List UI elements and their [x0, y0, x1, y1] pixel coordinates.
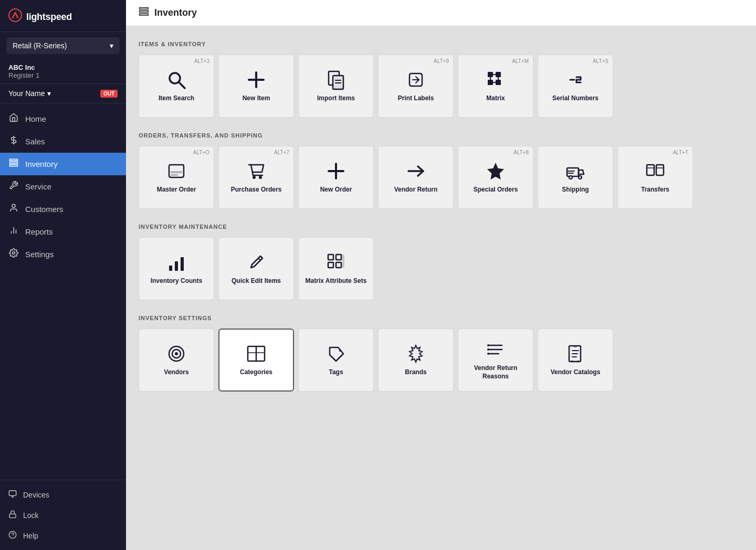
svg-point-66 — [175, 352, 178, 355]
tile-label-new-item: New Item — [239, 94, 274, 103]
section-orders: ORDERS, TRANSFERS, AND SHIPPING ALT+O Ma… — [139, 132, 743, 209]
tile-tags[interactable]: Tags — [298, 329, 374, 392]
tiles-orders: ALT+O Master Order ALT+7 — [139, 146, 743, 209]
svg-point-70 — [339, 350, 341, 352]
tile-label-transfers: Transfers — [638, 186, 673, 194]
tile-label-serial-numbers: Serial Numbers — [549, 94, 602, 103]
tile-label-categories: Categories — [237, 368, 276, 377]
help-label: Help — [23, 532, 38, 540]
tile-special-orders[interactable]: ALT+8 Special Orders — [458, 146, 533, 209]
user-name-dropdown[interactable]: Your Name ▾ — [8, 89, 51, 98]
tile-label-import-items: Import Items — [314, 94, 358, 103]
tile-brands[interactable]: Brands — [378, 329, 454, 392]
svg-rect-3 — [10, 162, 18, 164]
svg-rect-57 — [181, 257, 184, 271]
tile-vendor-return[interactable]: Vendor Return — [378, 146, 454, 209]
svg-point-47 — [569, 176, 572, 179]
svg-rect-32 — [488, 80, 493, 85]
tile-shipping[interactable]: Shipping — [538, 146, 613, 209]
section-title-items: ITEMS & INVENTORY — [139, 41, 743, 47]
inventory-icon — [8, 158, 19, 170]
tile-inventory-counts[interactable]: Inventory Counts — [139, 237, 214, 300]
tile-categories[interactable]: Categories — [218, 329, 294, 392]
svg-rect-55 — [169, 266, 172, 271]
sidebar-item-home[interactable]: Home — [0, 108, 126, 130]
svg-point-5 — [12, 204, 15, 207]
tile-purchase-orders[interactable]: ALT+7 Purchase Orders — [218, 146, 294, 209]
tile-label-purchase-orders: Purchase Orders — [228, 186, 285, 194]
sidebar-item-help[interactable]: Help — [0, 525, 126, 546]
tile-matrix-attribute-sets[interactable]: Matrix Attribute Sets — [298, 237, 374, 300]
svg-rect-16 — [140, 8, 149, 9]
section-title-maintenance: INVENTORY MAINTENANCE — [139, 224, 743, 230]
svg-point-40 — [253, 176, 256, 179]
svg-rect-10 — [9, 491, 16, 495]
tile-import-items[interactable]: Import Items — [298, 55, 374, 118]
customers-icon — [8, 203, 19, 215]
tile-label-vendor-catalogs: Vendor Catalogs — [548, 368, 604, 377]
settings-label: Settings — [25, 250, 54, 259]
sidebar-item-sales[interactable]: Sales — [0, 130, 126, 153]
sidebar-item-lock[interactable]: Lock — [0, 505, 126, 525]
svg-point-41 — [259, 176, 262, 179]
customers-label: Customers — [25, 205, 64, 214]
svg-rect-2 — [10, 159, 18, 161]
sidebar-item-customers[interactable]: Customers — [0, 198, 126, 220]
dropdown-chevron: ▾ — [110, 41, 113, 50]
tiles-items: ALT+3 Item Search New Item — [139, 55, 743, 118]
svg-rect-38 — [171, 171, 182, 173]
tile-vendors[interactable]: Vendors — [139, 329, 214, 392]
retail-series-dropdown[interactable]: Retail (R-Series) ▾ — [6, 37, 120, 54]
sidebar-item-devices[interactable]: Devices — [0, 484, 126, 505]
logo-icon — [8, 8, 22, 25]
tile-transfers[interactable]: ALT+T Transfers — [617, 146, 693, 209]
tile-quick-edit-items[interactable]: Quick Edit Items — [218, 237, 294, 300]
sidebar-item-service[interactable]: Service — [0, 175, 126, 198]
main-content: Inventory ITEMS & INVENTORY ALT+3 Item S… — [126, 0, 756, 550]
tile-vendor-catalogs[interactable]: Vendor Catalogs — [538, 329, 613, 392]
tile-label-vendors: Vendors — [161, 368, 192, 377]
home-icon — [8, 113, 19, 125]
svg-rect-30 — [488, 72, 493, 77]
tile-serial-numbers[interactable]: ALT+S Serial Numbers — [538, 55, 613, 118]
svg-line-58 — [258, 258, 260, 260]
tile-label-item-search: Item Search — [155, 94, 197, 103]
tile-label-vendor-return: Vendor Return — [391, 186, 441, 194]
tile-label-tags: Tags — [326, 368, 346, 377]
sidebar-bottom: Devices Lock Help — [0, 480, 126, 550]
settings-icon — [8, 248, 19, 260]
svg-rect-51 — [647, 165, 654, 175]
shortcut-serial-numbers: ALT+S — [593, 58, 608, 64]
sidebar-item-inventory[interactable]: Inventory — [0, 153, 126, 175]
devices-icon — [8, 490, 17, 500]
reports-icon — [8, 226, 19, 238]
tile-master-order[interactable]: ALT+O Master Order — [139, 146, 214, 209]
sidebar-item-settings[interactable]: Settings — [0, 243, 126, 266]
page-title: Inventory — [154, 7, 197, 18]
tile-label-new-order: New Order — [317, 186, 355, 194]
tile-label-master-order: Master Order — [154, 186, 200, 194]
tile-print-labels[interactable]: ALT+9 Print Labels — [378, 55, 454, 118]
main-nav: Home Sales Inventory Se — [0, 103, 126, 480]
svg-rect-61 — [328, 262, 333, 268]
tile-label-matrix-attribute-sets: Matrix Attribute Sets — [302, 277, 370, 285]
svg-rect-59 — [328, 255, 333, 260]
section-settings: INVENTORY SETTINGS Vendors — [139, 315, 743, 392]
tile-vendor-return-reasons[interactable]: Vendor Return Reasons — [458, 329, 533, 392]
tile-matrix[interactable]: ALT+M Matrix — [458, 55, 533, 118]
tile-new-order[interactable]: New Order — [298, 146, 374, 209]
tile-label-quick-edit-items: Quick Edit Items — [228, 277, 284, 285]
svg-point-0 — [9, 9, 22, 22]
svg-rect-33 — [496, 80, 501, 85]
sidebar: lightspeed Retail (R-Series) ▾ ABC Inc R… — [0, 0, 126, 550]
shortcut-master-order: ALT+O — [193, 150, 209, 155]
shortcut-print-labels: ALT+9 — [434, 58, 449, 64]
user-area: Your Name ▾ OUT — [0, 84, 126, 103]
store-info: ABC Inc Register 1 — [0, 59, 126, 84]
page-header: Inventory — [126, 0, 756, 26]
tile-new-item[interactable]: New Item — [218, 55, 294, 118]
svg-rect-18 — [140, 14, 149, 15]
home-label: Home — [25, 114, 46, 123]
tile-item-search[interactable]: ALT+3 Item Search — [139, 55, 214, 118]
sidebar-item-reports[interactable]: Reports — [0, 220, 126, 243]
